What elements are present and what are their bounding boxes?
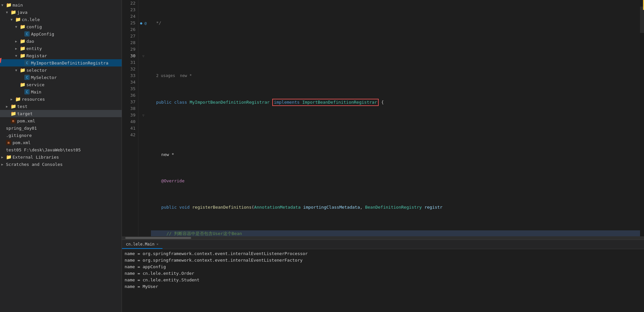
folder-icon-resources: 📁	[15, 96, 20, 102]
xml-icon-pom: m	[11, 118, 16, 123]
sidebar-item-cn-lele[interactable]: ▼ 📁 cn.lele	[0, 16, 122, 23]
gutter-38	[138, 105, 148, 112]
sidebar-label-config: config	[26, 24, 42, 29]
sidebar-item-test[interactable]: ▶ 📁 test	[0, 103, 122, 110]
chevron-cn-lele: ▼	[11, 18, 15, 21]
editor-wrapper: 22 23 24 25 26 27 28 29 30 31 32 33 34 3…	[122, 0, 644, 236]
line-num-40: 40	[122, 118, 135, 125]
code-line-23	[151, 46, 640, 53]
java-icon-appconfig: C	[24, 31, 30, 37]
sidebar-item-pom-xml-root[interactable]: ▶ m pom.xml	[0, 139, 122, 146]
sidebar-label-appconfig: AppConfig	[31, 32, 54, 37]
code-line-29: public void registerBeanDefinitions(Anno…	[151, 204, 640, 211]
console-tab-label: cn.lele.Main	[126, 242, 155, 247]
code-line-27: new *	[151, 151, 640, 158]
code-content[interactable]: */ 2 usages new * public class MyImportB…	[148, 0, 640, 236]
sidebar-item-ext-libs[interactable]: ▶ 📁 External Libraries	[0, 153, 122, 161]
code-line-22: */	[151, 20, 640, 26]
gutter-31	[138, 59, 148, 66]
line-num-35: 35	[122, 86, 135, 92]
gutter-22	[138, 0, 148, 7]
code-line-24: 2 usages new *	[151, 72, 640, 79]
sidebar-item-mybeanregistrar[interactable]: ▶ C MyImportBeanDefinitionRegistra	[0, 59, 122, 66]
sidebar-item-spring-day01[interactable]: ▶ spring_day01	[0, 124, 122, 132]
chevron-config: ▼	[15, 25, 19, 29]
gutter-35	[138, 86, 148, 92]
code-line-30: // 判断容器中是否包含User这个Bean	[151, 230, 640, 236]
folder-icon-service: 📁	[20, 82, 25, 87]
sidebar-item-test05[interactable]: ▶ test05 F:\desk\JavaWeb\test05	[0, 146, 122, 153]
line-num-39: 39	[122, 112, 135, 118]
console-tab[interactable]: cn.lele.Main ✕	[122, 240, 162, 249]
sidebar-item-main[interactable]: ▼ 📁 main	[0, 1, 122, 9]
code-line-26	[151, 125, 640, 132]
sidebar-label-main-class: Main	[31, 90, 41, 94]
bottom-tabs: cn.lele.Main ✕	[122, 240, 644, 249]
gutter-24	[138, 13, 148, 20]
sidebar-label-main: main	[13, 3, 23, 8]
folder-icon-java: 📁	[11, 10, 16, 15]
gutter-25: ● @	[138, 20, 148, 26]
chevron-ext-libs: ▶	[1, 155, 5, 159]
gutter-39: ▽	[138, 112, 148, 118]
sidebar-item-config[interactable]: ▼ 📁 config	[0, 23, 122, 30]
gutter-30: ▽	[138, 53, 148, 59]
line-num-41: 41	[122, 125, 135, 132]
folder-icon-selector: 📁	[20, 67, 25, 73]
sidebar-item-gitignore[interactable]: ▶ .gitignore	[0, 132, 122, 139]
scrollbar-thumb-h[interactable]	[125, 237, 191, 239]
gutter-37	[138, 99, 148, 105]
sidebar-label-entity: entity	[26, 46, 42, 51]
gutter-26	[138, 26, 148, 33]
sidebar-label-java: java	[17, 10, 27, 15]
gutter-27	[138, 33, 148, 39]
sidebar: ▼ 📁 main ▼ 📁 java ▼ 📁 cn.lele ▼ 📁 config…	[0, 0, 122, 312]
main-container: ▼ 📁 main ▼ 📁 java ▼ 📁 cn.lele ▼ 📁 config…	[0, 0, 644, 312]
gutter-40	[138, 118, 148, 125]
sidebar-label-service: service	[26, 82, 44, 87]
sidebar-item-scratches[interactable]: ▶ Scratches and Consoles	[0, 161, 122, 168]
chevron-resources: ▶	[11, 97, 15, 101]
horizontal-scrollbar[interactable]	[122, 236, 644, 240]
console-line-2: name = org.springframework.context.event…	[125, 257, 641, 264]
line-num-23: 23	[122, 7, 135, 13]
chevron-selector: ▼	[15, 68, 19, 72]
folder-icon-main: 📁	[6, 2, 11, 8]
console-line-5: name = cn.lele.entity.Student	[125, 277, 641, 283]
chevron-test: ▶	[6, 105, 10, 108]
sidebar-label-scratches: Scratches and Consoles	[6, 162, 63, 167]
sidebar-item-myselector[interactable]: ▶ C MySelector	[0, 74, 122, 81]
sidebar-item-service[interactable]: ▶ 📁 service	[0, 81, 122, 88]
line-num-32: 32	[122, 66, 135, 72]
console-tab-close[interactable]: ✕	[157, 242, 159, 246]
line-num-38: 38	[122, 105, 135, 112]
sidebar-label-resources: resources	[22, 97, 45, 102]
sidebar-item-appconfig[interactable]: ▶ C AppConfig	[0, 30, 122, 38]
sidebar-item-entity[interactable]: ▶ 📁 entity	[0, 45, 122, 52]
folder-icon-ext-libs: 📁	[6, 154, 11, 160]
folder-icon-registar: 📁	[20, 53, 25, 58]
folder-icon-test: 📁	[11, 104, 16, 109]
chevron-entity: ▶	[15, 47, 19, 50]
sidebar-label-test05: test05 F:\desk\JavaWeb\test05	[6, 147, 81, 152]
editor-bottom-container: 22 23 24 25 26 27 28 29 30 31 32 33 34 3…	[122, 0, 644, 312]
sidebar-item-selector[interactable]: ▼ 📁 selector	[0, 66, 122, 74]
gutter-36	[138, 92, 148, 99]
code-line-25: public class MyImportBeanDefinitionRegis…	[151, 99, 640, 105]
line-num-28: 28	[122, 39, 135, 46]
console-output: name = org.springframework.context.event…	[122, 249, 644, 312]
sidebar-item-java[interactable]: ▼ 📁 java	[0, 9, 122, 16]
sidebar-item-dao[interactable]: ▶ 📁 dao	[0, 38, 122, 45]
line-num-29: 29	[122, 46, 135, 53]
sidebar-item-registar[interactable]: ▼ 📁 Registar	[0, 52, 122, 59]
sidebar-item-main-class[interactable]: ▶ C Main	[0, 88, 122, 95]
sidebar-item-target[interactable]: ▶ 📁 target	[0, 110, 122, 117]
line-numbers: 22 23 24 25 26 27 28 29 30 31 32 33 34 3…	[122, 0, 138, 236]
sidebar-label-test: test	[17, 104, 27, 109]
sidebar-label-dao: dao	[26, 39, 34, 44]
sidebar-item-resources[interactable]: ▶ 📁 resources	[0, 95, 122, 103]
sidebar-item-pom-xml[interactable]: ▶ m pom.xml	[0, 117, 122, 124]
chevron-scratches: ▶	[1, 163, 5, 166]
sidebar-label-registrar: MyImportBeanDefinitionRegistra	[31, 61, 108, 65]
gutter-33	[138, 72, 148, 79]
